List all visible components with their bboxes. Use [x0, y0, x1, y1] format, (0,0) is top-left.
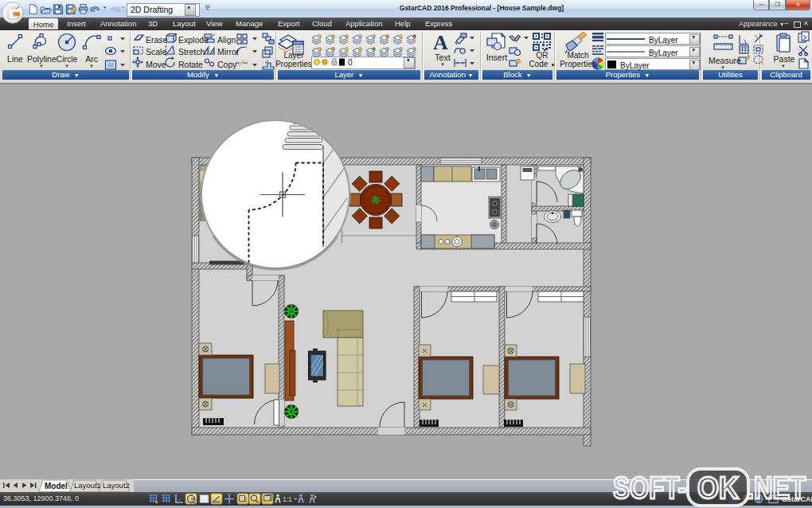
svg-text:.NET: .NET: [747, 471, 806, 505]
svg-text:OK: OK: [697, 471, 740, 505]
svg-text:SOFT-: SOFT-: [613, 471, 686, 505]
